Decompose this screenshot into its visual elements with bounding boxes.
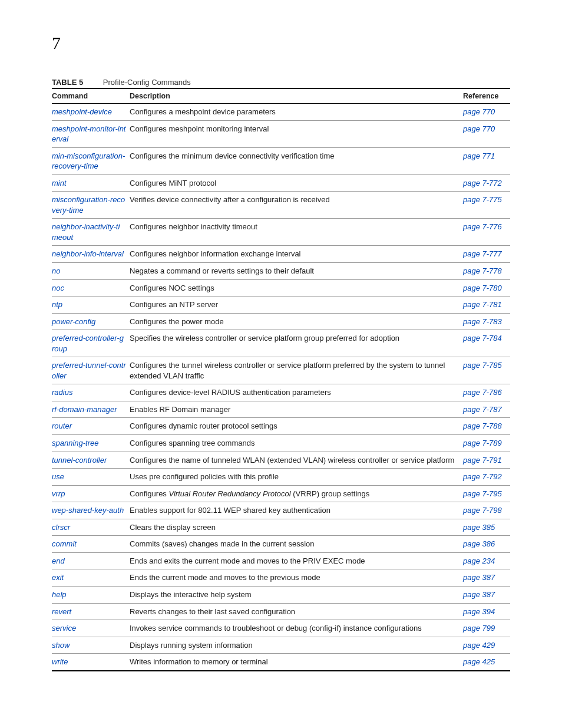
- command-link[interactable]: clrscr: [52, 523, 70, 532]
- command-link[interactable]: ntp: [52, 300, 62, 309]
- command-link[interactable]: preferred-controller-group: [52, 334, 124, 353]
- command-link[interactable]: neighbor-inactivity-timeout: [52, 222, 120, 242]
- description-cell: Configures device-level RADIUS authentic…: [130, 384, 463, 401]
- reference-link[interactable]: page 234: [463, 556, 495, 565]
- description-cell: Configures the name of tunneled WLAN (ex…: [130, 452, 463, 469]
- reference-link[interactable]: page 7-785: [463, 361, 502, 370]
- table-row: writeWrites information to memory or ter…: [52, 654, 510, 671]
- command-link[interactable]: commit: [52, 539, 77, 548]
- command-link[interactable]: radius: [52, 388, 72, 397]
- table-row: radiusConfigures device-level RADIUS aut…: [52, 384, 510, 401]
- description-cell: Ends and exits the current mode and move…: [130, 552, 463, 569]
- table-row: helpDisplays the interactive help system…: [52, 586, 510, 603]
- table-row: nocConfigures NOC settingspage 7-780: [52, 279, 510, 297]
- command-link[interactable]: meshpoint-monitor-interval: [52, 124, 125, 144]
- command-link[interactable]: mint: [52, 179, 67, 187]
- description-cell: Invokes service commands to troubleshoot…: [130, 620, 463, 637]
- description-cell: Specifies the wireless controller or ser…: [130, 330, 463, 357]
- commands-table: Command Description Reference meshpoint-…: [52, 88, 510, 671]
- reference-link[interactable]: page 7-783: [463, 317, 502, 326]
- description-cell: Displays running system information: [130, 637, 463, 654]
- table-row: tunnel-controllerConfigures the name of …: [52, 452, 510, 469]
- command-link[interactable]: help: [52, 590, 67, 599]
- reference-link[interactable]: page 386: [463, 539, 495, 548]
- command-link[interactable]: service: [52, 624, 76, 633]
- table-row: endEnds and exits the current mode and m…: [52, 552, 510, 569]
- table-row: misconfiguration-recovery-timeVerifies d…: [52, 192, 510, 219]
- reference-link[interactable]: page 799: [463, 624, 495, 633]
- table-row: preferred-tunnel-controllerConfigures th…: [52, 357, 510, 384]
- reference-link[interactable]: page 7-784: [463, 334, 502, 342]
- reference-link[interactable]: page 7-795: [463, 489, 502, 498]
- header-command: Command: [52, 88, 130, 104]
- table-row: mintConfigures MiNT protocolpage 7-772: [52, 174, 510, 192]
- command-link[interactable]: spanning-tree: [52, 439, 99, 447]
- table-row: commitCommits (saves) changes made in th…: [52, 536, 510, 553]
- table-row: spanning-treeConfigures spanning tree co…: [52, 435, 510, 452]
- table-caption: TABLE 5 Profile-Config Commands: [52, 78, 510, 87]
- reference-link[interactable]: page 387: [463, 590, 495, 599]
- command-link[interactable]: router: [52, 421, 72, 430]
- description-cell: Configures MiNT protocol: [130, 174, 463, 192]
- description-cell: Configures Virtual Router Redundancy Pro…: [130, 485, 463, 502]
- command-link[interactable]: noc: [52, 284, 64, 292]
- table-row: serviceInvokes service commands to troub…: [52, 620, 510, 637]
- description-cell: Configures the tunnel wireless controlle…: [130, 357, 463, 384]
- table-row: showDisplays running system informationp…: [52, 637, 510, 654]
- command-link[interactable]: vrrp: [52, 489, 65, 498]
- command-link[interactable]: show: [52, 641, 70, 650]
- reference-link[interactable]: page 425: [463, 657, 495, 666]
- reference-link[interactable]: page 7-789: [463, 439, 502, 447]
- reference-link[interactable]: page 7-791: [463, 456, 502, 465]
- command-link[interactable]: use: [52, 472, 64, 481]
- reference-link[interactable]: page 7-792: [463, 472, 502, 481]
- reference-link[interactable]: page 385: [463, 523, 495, 532]
- command-link[interactable]: power-config: [52, 317, 95, 326]
- reference-link[interactable]: page 7-798: [463, 506, 502, 515]
- command-link[interactable]: wep-shared-key-auth: [52, 506, 124, 515]
- reference-link[interactable]: page 770: [463, 107, 495, 116]
- reference-link[interactable]: page 394: [463, 607, 495, 616]
- reference-link[interactable]: page 770: [463, 124, 495, 133]
- reference-link[interactable]: page 7-780: [463, 284, 502, 292]
- command-link[interactable]: write: [52, 657, 68, 666]
- command-link[interactable]: meshpoint-device: [52, 107, 112, 116]
- table-row: vrrpConfigures Virtual Router Redundancy…: [52, 485, 510, 502]
- reference-link[interactable]: page 7-777: [463, 249, 502, 258]
- header-reference: Reference: [463, 88, 510, 104]
- reference-link[interactable]: page 7-788: [463, 421, 502, 430]
- command-link[interactable]: tunnel-controller: [52, 456, 107, 465]
- reference-link[interactable]: page 387: [463, 573, 495, 582]
- command-link[interactable]: no: [52, 266, 60, 275]
- reference-link[interactable]: page 7-786: [463, 388, 502, 397]
- command-link[interactable]: end: [52, 556, 65, 565]
- reference-link[interactable]: page 7-775: [463, 195, 502, 204]
- reference-link[interactable]: page 7-781: [463, 300, 502, 309]
- table-row: neighbor-info-intervalConfigures neighbo…: [52, 246, 510, 263]
- command-link[interactable]: preferred-tunnel-controller: [52, 361, 126, 380]
- table-row: neighbor-inactivity-timeoutConfigures ne…: [52, 219, 510, 246]
- description-cell: Configures spanning tree commands: [130, 435, 463, 452]
- table-row: meshpoint-monitor-intervalConfigures mes…: [52, 120, 510, 147]
- reference-link[interactable]: page 7-776: [463, 222, 502, 231]
- description-cell: Ends the current mode and moves to the p…: [130, 569, 463, 587]
- command-link[interactable]: rf-domain-manager: [52, 405, 117, 414]
- description-cell: Configures a meshpoint device parameters: [130, 104, 463, 121]
- table-row: ntpConfigures an NTP serverpage 7-781: [52, 297, 510, 314]
- command-link[interactable]: neighbor-info-interval: [52, 249, 124, 258]
- reference-link[interactable]: page 7-787: [463, 405, 502, 414]
- reference-link[interactable]: page 429: [463, 641, 495, 650]
- description-cell: Configures the power mode: [130, 313, 463, 330]
- reference-link[interactable]: page 7-778: [463, 266, 502, 275]
- command-link[interactable]: revert: [52, 607, 71, 616]
- command-link[interactable]: misconfiguration-recovery-time: [52, 195, 125, 215]
- reference-link[interactable]: page 771: [463, 151, 495, 160]
- description-cell: Configures an NTP server: [130, 297, 463, 314]
- reference-link[interactable]: page 7-772: [463, 179, 502, 187]
- command-link[interactable]: exit: [52, 573, 64, 582]
- page-number: 7: [52, 33, 510, 53]
- table-row: meshpoint-deviceConfigures a meshpoint d…: [52, 104, 510, 121]
- description-cell: Clears the display screen: [130, 519, 463, 536]
- command-link[interactable]: min-misconfiguration-recovery-time: [52, 151, 125, 171]
- table-row: noNegates a command or reverts settings …: [52, 263, 510, 280]
